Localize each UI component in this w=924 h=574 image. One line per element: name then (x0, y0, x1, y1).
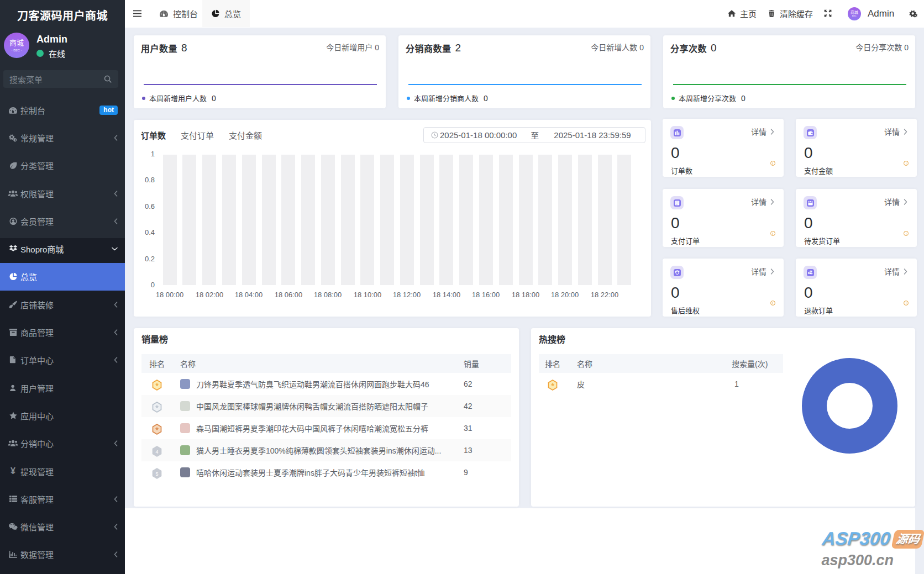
svg-text:5: 5 (155, 471, 158, 476)
svg-text:4: 4 (155, 449, 158, 454)
